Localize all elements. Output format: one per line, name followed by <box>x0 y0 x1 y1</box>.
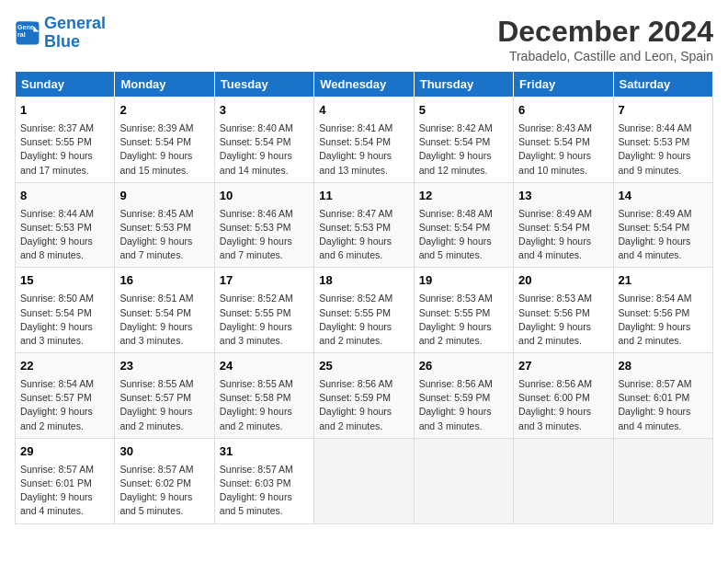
day-number: 12 <box>419 188 508 205</box>
header-day-sunday: Sunday <box>16 72 115 98</box>
calendar-cell: 5 Sunrise: 8:42 AMSunset: 5:54 PMDayligh… <box>414 98 513 183</box>
calendar-cell: 12 Sunrise: 8:48 AMSunset: 5:54 PMDaylig… <box>414 182 513 268</box>
day-info: Sunrise: 8:49 AMSunset: 5:54 PMDaylight:… <box>518 208 592 261</box>
day-number: 28 <box>619 358 708 375</box>
month-title: December 2024 <box>497 15 713 49</box>
calendar-cell: 10 Sunrise: 8:46 AMSunset: 5:53 PMDaylig… <box>214 182 313 268</box>
day-number: 25 <box>319 358 408 375</box>
day-number: 19 <box>419 272 508 290</box>
calendar-cell: 2 Sunrise: 8:39 AMSunset: 5:54 PMDayligh… <box>115 98 214 183</box>
calendar-cell: 14 Sunrise: 8:49 AMSunset: 5:54 PMDaylig… <box>613 182 712 268</box>
day-number: 26 <box>419 358 508 375</box>
day-info: Sunrise: 8:39 AMSunset: 5:54 PMDaylight:… <box>119 122 193 176</box>
logo-text: General Blue <box>44 15 106 52</box>
day-info: Sunrise: 8:56 AMSunset: 5:59 PMDaylight:… <box>419 378 493 431</box>
calendar-cell: 26 Sunrise: 8:56 AMSunset: 5:59 PMDaylig… <box>414 353 513 439</box>
calendar-cell <box>414 438 513 523</box>
day-number: 7 <box>619 102 708 120</box>
title-area: December 2024 Trabadelo, Castille and Le… <box>497 15 713 63</box>
calendar-cell: 17 Sunrise: 8:52 AMSunset: 5:55 PMDaylig… <box>214 268 313 353</box>
day-number: 31 <box>220 443 309 461</box>
svg-text:Gene-: Gene- <box>17 24 37 30</box>
calendar-cell: 9 Sunrise: 8:45 AMSunset: 5:53 PMDayligh… <box>115 182 214 268</box>
day-number: 2 <box>119 102 209 120</box>
header-day-monday: Monday <box>115 72 214 98</box>
calendar-cell: 28 Sunrise: 8:57 AMSunset: 6:01 PMDaylig… <box>613 353 712 439</box>
header: Gene- ral General Blue December 2024 Tra… <box>15 15 713 63</box>
day-number: 4 <box>319 102 408 120</box>
calendar-cell: 1 Sunrise: 8:37 AMSunset: 5:55 PMDayligh… <box>16 98 115 183</box>
day-number: 24 <box>220 358 309 375</box>
day-info: Sunrise: 8:54 AMSunset: 5:56 PMDaylight:… <box>619 293 692 346</box>
day-info: Sunrise: 8:55 AMSunset: 5:57 PMDaylight:… <box>119 378 193 431</box>
day-info: Sunrise: 8:57 AMSunset: 6:01 PMDaylight:… <box>619 378 692 431</box>
calendar-cell: 8 Sunrise: 8:44 AMSunset: 5:53 PMDayligh… <box>16 182 115 268</box>
day-info: Sunrise: 8:45 AMSunset: 5:53 PMDaylight:… <box>119 208 193 261</box>
day-info: Sunrise: 8:53 AMSunset: 5:55 PMDaylight:… <box>419 293 493 346</box>
day-number: 17 <box>220 272 309 290</box>
calendar-cell: 27 Sunrise: 8:56 AMSunset: 6:00 PMDaylig… <box>514 353 613 439</box>
calendar-cell: 6 Sunrise: 8:43 AMSunset: 5:54 PMDayligh… <box>514 98 613 183</box>
logo-line2: Blue <box>44 32 80 51</box>
day-info: Sunrise: 8:56 AMSunset: 5:59 PMDaylight:… <box>319 378 392 431</box>
day-info: Sunrise: 8:57 AMSunset: 6:03 PMDaylight:… <box>220 464 293 517</box>
day-number: 23 <box>119 358 209 375</box>
day-info: Sunrise: 8:55 AMSunset: 5:58 PMDaylight:… <box>220 378 293 431</box>
day-info: Sunrise: 8:40 AMSunset: 5:54 PMDaylight:… <box>220 122 293 176</box>
calendar-cell: 29 Sunrise: 8:57 AMSunset: 6:01 PMDaylig… <box>16 438 115 523</box>
location-subtitle: Trabadelo, Castille and Leon, Spain <box>497 49 713 63</box>
day-info: Sunrise: 8:51 AMSunset: 5:54 PMDaylight:… <box>119 293 193 346</box>
calendar-cell <box>613 438 712 523</box>
svg-text:ral: ral <box>17 31 26 38</box>
day-info: Sunrise: 8:57 AMSunset: 6:02 PMDaylight:… <box>119 464 193 517</box>
day-info: Sunrise: 8:54 AMSunset: 5:57 PMDaylight:… <box>20 378 94 431</box>
calendar-cell: 18 Sunrise: 8:52 AMSunset: 5:55 PMDaylig… <box>314 268 414 353</box>
day-info: Sunrise: 8:44 AMSunset: 5:53 PMDaylight:… <box>20 208 94 261</box>
day-info: Sunrise: 8:41 AMSunset: 5:54 PMDaylight:… <box>319 122 392 176</box>
calendar-table: SundayMondayTuesdayWednesdayThursdayFrid… <box>15 71 713 524</box>
header-day-friday: Friday <box>514 72 613 98</box>
calendar-week-3: 15 Sunrise: 8:50 AMSunset: 5:54 PMDaylig… <box>16 268 713 353</box>
day-info: Sunrise: 8:57 AMSunset: 6:01 PMDaylight:… <box>20 464 94 517</box>
calendar-cell: 16 Sunrise: 8:51 AMSunset: 5:54 PMDaylig… <box>115 268 214 353</box>
day-info: Sunrise: 8:47 AMSunset: 5:53 PMDaylight:… <box>319 208 392 261</box>
day-number: 14 <box>619 188 708 205</box>
day-number: 29 <box>20 443 109 461</box>
day-info: Sunrise: 8:37 AMSunset: 5:55 PMDaylight:… <box>20 122 94 176</box>
calendar-week-2: 8 Sunrise: 8:44 AMSunset: 5:53 PMDayligh… <box>16 182 713 268</box>
day-number: 15 <box>20 272 109 290</box>
calendar-cell: 3 Sunrise: 8:40 AMSunset: 5:54 PMDayligh… <box>214 98 313 183</box>
header-row: SundayMondayTuesdayWednesdayThursdayFrid… <box>16 72 713 98</box>
calendar-cell: 25 Sunrise: 8:56 AMSunset: 5:59 PMDaylig… <box>314 353 414 439</box>
day-info: Sunrise: 8:49 AMSunset: 5:54 PMDaylight:… <box>619 208 692 261</box>
calendar-header: SundayMondayTuesdayWednesdayThursdayFrid… <box>16 72 713 98</box>
day-number: 30 <box>119 443 209 461</box>
day-info: Sunrise: 8:48 AMSunset: 5:54 PMDaylight:… <box>419 208 493 261</box>
calendar-cell: 7 Sunrise: 8:44 AMSunset: 5:53 PMDayligh… <box>613 98 712 183</box>
day-number: 6 <box>518 102 608 120</box>
day-number: 20 <box>518 272 608 290</box>
calendar-cell: 30 Sunrise: 8:57 AMSunset: 6:02 PMDaylig… <box>115 438 214 523</box>
day-number: 18 <box>319 272 408 290</box>
calendar-cell: 20 Sunrise: 8:53 AMSunset: 5:56 PMDaylig… <box>514 268 613 353</box>
header-day-thursday: Thursday <box>414 72 513 98</box>
calendar-cell: 15 Sunrise: 8:50 AMSunset: 5:54 PMDaylig… <box>16 268 115 353</box>
calendar-cell: 24 Sunrise: 8:55 AMSunset: 5:58 PMDaylig… <box>214 353 313 439</box>
day-info: Sunrise: 8:52 AMSunset: 5:55 PMDaylight:… <box>319 293 392 346</box>
day-number: 22 <box>20 358 109 375</box>
day-number: 16 <box>119 272 209 290</box>
calendar-cell <box>314 438 414 523</box>
calendar-cell: 11 Sunrise: 8:47 AMSunset: 5:53 PMDaylig… <box>314 182 414 268</box>
calendar-body: 1 Sunrise: 8:37 AMSunset: 5:55 PMDayligh… <box>16 98 713 524</box>
logo-icon: Gene- ral <box>15 20 40 46</box>
day-info: Sunrise: 8:52 AMSunset: 5:55 PMDaylight:… <box>220 293 293 346</box>
day-number: 9 <box>119 188 209 205</box>
calendar-cell: 21 Sunrise: 8:54 AMSunset: 5:56 PMDaylig… <box>613 268 712 353</box>
day-info: Sunrise: 8:46 AMSunset: 5:53 PMDaylight:… <box>220 208 293 261</box>
day-info: Sunrise: 8:56 AMSunset: 6:00 PMDaylight:… <box>518 378 592 431</box>
day-number: 1 <box>20 102 109 120</box>
calendar-cell: 23 Sunrise: 8:55 AMSunset: 5:57 PMDaylig… <box>115 353 214 439</box>
header-day-wednesday: Wednesday <box>314 72 414 98</box>
calendar-cell: 4 Sunrise: 8:41 AMSunset: 5:54 PMDayligh… <box>314 98 414 183</box>
day-info: Sunrise: 8:53 AMSunset: 5:56 PMDaylight:… <box>518 293 592 346</box>
